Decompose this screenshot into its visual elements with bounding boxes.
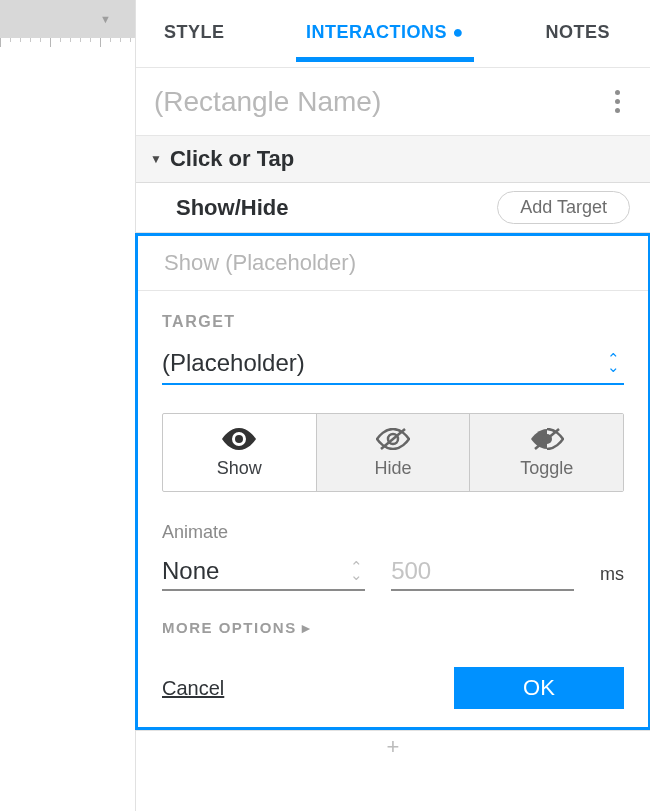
duration-input[interactable]: 500: [391, 557, 574, 591]
collapse-toggle[interactable]: ▼: [0, 0, 135, 38]
canvas-gutter: ▼: [0, 0, 135, 811]
event-label: Click or Tap: [170, 146, 294, 172]
eye-off-icon: [376, 428, 410, 450]
more-menu-icon[interactable]: [609, 84, 626, 119]
ruler: [0, 38, 135, 62]
eye-icon: [222, 428, 256, 450]
cancel-button[interactable]: Cancel: [162, 677, 224, 700]
stepper-icon: ⌃⌄: [350, 563, 363, 580]
chevron-down-icon: ▼: [150, 152, 162, 166]
tab-notes[interactable]: NOTES: [541, 22, 614, 61]
add-target-button[interactable]: Add Target: [497, 191, 630, 224]
chevron-down-icon: ▼: [100, 13, 111, 25]
eye-toggle-icon: [530, 428, 564, 450]
animate-select[interactable]: None ⌃⌄: [162, 557, 365, 591]
target-select[interactable]: (Placeholder) ⌃⌄: [162, 345, 624, 385]
action-config: Show (Placeholder) TARGET (Placeholder) …: [135, 233, 650, 730]
svg-point-0: [235, 435, 243, 443]
tab-style[interactable]: STYLE: [160, 22, 229, 61]
segment-hide[interactable]: Hide: [316, 414, 470, 491]
tab-interactions[interactable]: INTERACTIONS ●: [302, 22, 468, 61]
visibility-segment: Show Hide Toggle: [162, 413, 624, 492]
more-options-toggle[interactable]: MORE OPTIONS ▸: [162, 619, 624, 637]
ok-button[interactable]: OK: [454, 667, 624, 709]
stepper-icon: ⌃⌄: [607, 355, 620, 372]
action-label: Show/Hide: [176, 195, 288, 221]
widget-name-input[interactable]: (Rectangle Name): [154, 86, 381, 118]
duration-unit: ms: [600, 564, 624, 591]
target-label: TARGET: [162, 313, 624, 331]
add-action-button[interactable]: +: [136, 730, 650, 762]
panel-tabs: STYLE INTERACTIONS ● NOTES: [136, 0, 650, 68]
animate-label: Animate: [162, 522, 365, 543]
inspector-panel: STYLE INTERACTIONS ● NOTES (Rectangle Na…: [135, 0, 650, 811]
action-summary[interactable]: Show (Placeholder): [138, 236, 648, 291]
event-row[interactable]: ▼ Click or Tap: [136, 136, 650, 183]
segment-show[interactable]: Show: [163, 414, 316, 491]
segment-toggle[interactable]: Toggle: [469, 414, 623, 491]
